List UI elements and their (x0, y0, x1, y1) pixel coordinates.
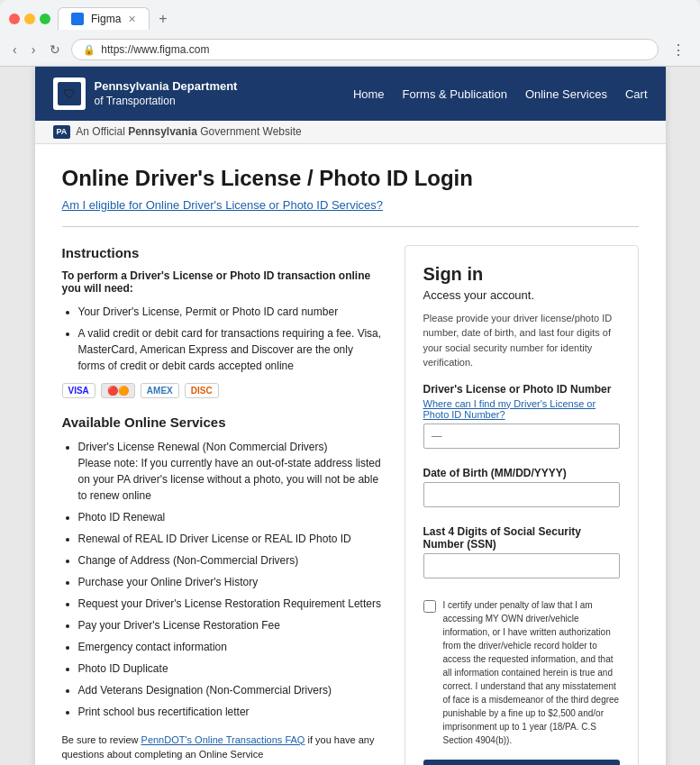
list-item: Add Veterans Designation (Non-Commercial… (78, 682, 383, 698)
dl-help-link[interactable]: Where can I find my Driver's License or … (423, 398, 620, 420)
maximize-button[interactable] (40, 14, 50, 24)
official-banner-text: An Official Pennsylvania Government Webs… (76, 125, 301, 138)
close-button[interactable] (9, 14, 20, 24)
ssn-label: Last 4 Digits of Social Security Number … (423, 525, 620, 551)
header-brand: Pennsylvania Department of Transportatio… (53, 77, 238, 110)
discover-icon: DISC (185, 383, 219, 398)
nav-online-services[interactable]: Online Services (525, 87, 607, 101)
signin-description: Please provide your driver license/photo… (423, 311, 620, 370)
dl-field-group: Driver's License or Photo ID Number Wher… (423, 383, 620, 460)
list-item: Pay your Driver's License Restoration Fe… (78, 617, 383, 633)
list-item: Photo ID Renewal (78, 509, 383, 525)
dob-input[interactable] (423, 482, 620, 507)
dob-field-group: Date of Birth (MM/DD/YYYY) (423, 467, 620, 518)
main-content: Online Driver's License / Photo ID Login… (35, 144, 666, 765)
list-item: A valid credit or debit card for transac… (78, 325, 383, 374)
brand-logo (53, 77, 86, 110)
tab-bar: Figma ✕ + (58, 7, 171, 30)
minimize-button[interactable] (24, 14, 35, 24)
visa-icon: VISA (62, 383, 95, 398)
nav-cart[interactable]: Cart (625, 87, 648, 101)
official-banner: PA An Official Pennsylvania Government W… (35, 121, 666, 144)
nav-home[interactable]: Home (353, 87, 385, 101)
footnote: Be sure to review PennDOT's Online Trans… (62, 733, 383, 762)
online-services-list: Driver's License Renewal (Non Commercial… (62, 439, 383, 720)
left-column: Instructions To perform a Driver's Licen… (62, 245, 383, 762)
new-tab-button[interactable]: + (155, 11, 170, 27)
ssn-field-group: Last 4 Digits of Social Security Number … (423, 525, 620, 589)
browser-chrome: Figma ✕ + ‹ › ↻ 🔒 https://www.figma.com … (0, 0, 700, 67)
dl-input[interactable] (423, 423, 620, 449)
address-bar-row: ‹ › ↻ 🔒 https://www.figma.com ⋮ (9, 35, 691, 66)
traffic-lights (9, 14, 50, 24)
url-text: https://www.figma.com (101, 43, 647, 56)
list-item: Print school bus recertification letter (78, 704, 383, 720)
ssn-input[interactable] (423, 553, 620, 578)
divider (62, 226, 639, 227)
nav-forms[interactable]: Forms & Publication (403, 87, 507, 101)
website: Pennsylvania Department of Transportatio… (35, 67, 666, 765)
certify-checkbox[interactable] (423, 600, 436, 613)
certify-label: I certify under penalty of law that I am… (443, 598, 620, 747)
pennsylvania-bold: Pennsylvania (128, 125, 197, 138)
list-item: Your Driver's License, Permit or Photo I… (78, 304, 383, 320)
card-icons: VISA 🔴🟠 AMEX DISC (62, 383, 383, 398)
active-tab[interactable]: Figma ✕ (58, 7, 150, 30)
site-nav: Home Forms & Publication Online Services… (353, 87, 648, 101)
instructions-subtitle: To perform a Driver's License or Photo I… (62, 269, 383, 295)
browser-menu-icon[interactable]: ⋮ (666, 40, 691, 60)
instructions-title: Instructions (62, 245, 383, 260)
pa-badge: PA (53, 125, 71, 139)
mastercard-icon: 🔴🟠 (101, 383, 135, 398)
eligibility-link[interactable]: Am I eligible for Online Driver's Licens… (62, 198, 639, 212)
list-item: Photo ID Duplicate (78, 660, 383, 677)
reload-button[interactable]: ↻ (46, 41, 64, 59)
faq-link[interactable]: PennDOT's Online Transactions FAQ (141, 734, 305, 745)
tab-label: Figma (91, 13, 121, 25)
brand-line1: Pennsylvania Department (95, 79, 238, 95)
address-bar[interactable]: 🔒 https://www.figma.com (71, 39, 659, 60)
instructions-list: Your Driver's License, Permit or Photo I… (62, 304, 383, 374)
signin-title: Sign in (423, 264, 620, 285)
page-title: Online Driver's License / Photo ID Login (62, 166, 639, 191)
list-item: Emergency contact information (78, 639, 383, 655)
browser-controls: Figma ✕ + (9, 7, 691, 30)
tab-close-icon[interactable]: ✕ (128, 14, 136, 25)
brand-logo-inner (58, 82, 81, 105)
content-columns: Instructions To perform a Driver's Licen… (62, 245, 639, 765)
brand-line2: of Transportation (95, 95, 176, 107)
list-item: Driver's License Renewal (Non Commercial… (78, 439, 383, 504)
list-item: Request your Driver's License Restoratio… (78, 596, 383, 612)
site-header: Pennsylvania Department of Transportatio… (35, 67, 666, 121)
signin-card: Sign in Access your account. Please prov… (405, 245, 639, 765)
list-item: Purchase your Online Driver's History (78, 574, 383, 590)
list-item: Change of Address (Non-Commercial Driver… (78, 552, 383, 569)
back-button[interactable]: ‹ (9, 41, 21, 59)
tab-favicon (71, 13, 84, 25)
page-wrapper: Pennsylvania Department of Transportatio… (0, 67, 700, 765)
list-item: Renewal of REAL ID Driver License or REA… (78, 531, 383, 547)
online-services-title: Available Online Services (62, 414, 383, 430)
lock-icon: 🔒 (83, 44, 95, 56)
certify-checkbox-row: I certify under penalty of law that I am… (423, 598, 620, 747)
login-button[interactable]: Login (423, 760, 620, 765)
brand-text: Pennsylvania Department of Transportatio… (95, 79, 238, 108)
signin-subtitle: Access your account. (423, 288, 620, 302)
dob-label: Date of Birth (MM/DD/YYYY) (423, 467, 620, 479)
forward-button[interactable]: › (28, 41, 40, 59)
amex-icon: AMEX (141, 383, 179, 398)
dl-label: Driver's License or Photo ID Number (423, 383, 620, 396)
